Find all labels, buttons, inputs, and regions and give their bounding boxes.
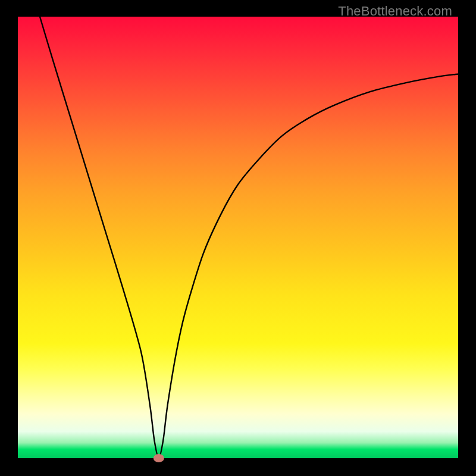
chart-frame: TheBottleneck.com [0,0,476,476]
chart-svg [18,17,458,458]
watermark-text: TheBottleneck.com [338,4,452,19]
plot-area [18,17,458,458]
minimum-marker [154,454,164,462]
bottleneck-curve [40,17,458,458]
